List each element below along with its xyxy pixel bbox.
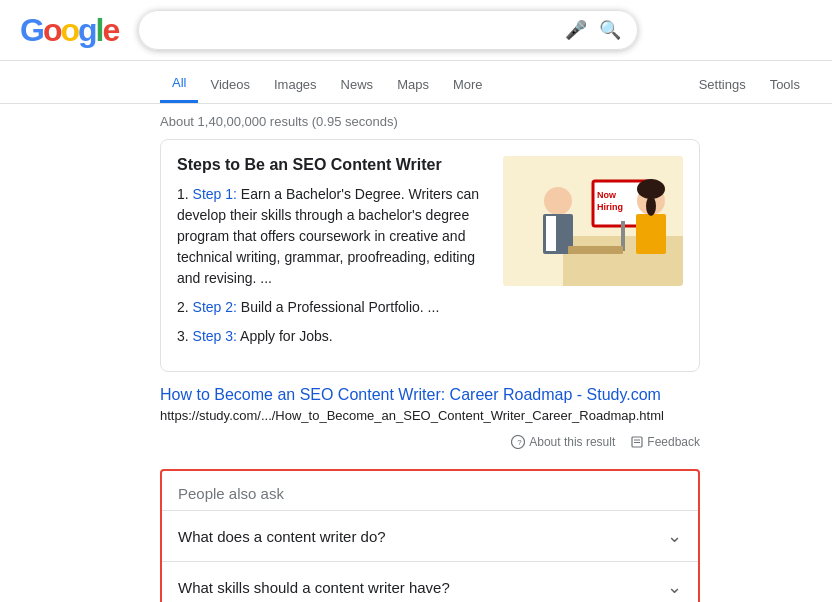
search-bar: how to become a content writer 🎤 🔍 xyxy=(138,10,638,50)
nav-item-all[interactable]: All xyxy=(160,65,198,103)
step2-link[interactable]: Step 2: xyxy=(193,299,237,315)
paa-question-1: What does a content writer do? xyxy=(178,528,386,545)
result-main-link[interactable]: How to Become an SEO Content Writer: Car… xyxy=(160,386,661,403)
feedback-row: ? About this result Feedback xyxy=(160,431,700,461)
nav-right: Settings Tools xyxy=(687,67,812,102)
nav-item-news[interactable]: News xyxy=(329,67,386,102)
result-url: https://study.com/.../How_to_Become_an_S… xyxy=(160,408,700,423)
nav-item-more[interactable]: More xyxy=(441,67,495,102)
step1-link[interactable]: Step 1: xyxy=(193,186,237,202)
svg-rect-8 xyxy=(546,216,556,251)
nav-item-settings[interactable]: Settings xyxy=(687,67,758,102)
paa-title: People also ask xyxy=(162,471,698,510)
featured-snippet: Steps to Be an SEO Content Writer Step 1… xyxy=(160,139,700,372)
info-icon: ? xyxy=(511,435,525,449)
nav-item-videos[interactable]: Videos xyxy=(198,67,262,102)
paa-item-1[interactable]: What does a content writer do? ⌄ xyxy=(162,510,698,561)
people-also-ask-box: People also ask What does a content writ… xyxy=(160,469,700,602)
svg-text:Now: Now xyxy=(597,190,617,200)
microphone-icon[interactable]: 🎤 xyxy=(565,19,587,41)
result-link-block: How to Become an SEO Content Writer: Car… xyxy=(160,380,700,431)
header: Google how to become a content writer 🎤 … xyxy=(0,0,832,61)
results-info: About 1,40,00,000 results (0.95 seconds) xyxy=(0,104,832,139)
snippet-content: Steps to Be an SEO Content Writer Step 1… xyxy=(177,156,487,355)
paa-question-2: What skills should a content writer have… xyxy=(178,579,450,596)
google-logo[interactable]: Google xyxy=(20,12,118,49)
svg-text:?: ? xyxy=(517,438,522,447)
snippet-title: Steps to Be an SEO Content Writer xyxy=(177,156,487,174)
svg-point-12 xyxy=(646,196,656,216)
svg-point-6 xyxy=(544,187,572,215)
chevron-down-icon-2: ⌄ xyxy=(667,576,682,598)
search-nav: All Videos Images News Maps More Setting… xyxy=(0,61,832,104)
main-content: Steps to Be an SEO Content Writer Step 1… xyxy=(0,139,720,602)
svg-text:Hiring: Hiring xyxy=(597,202,623,212)
about-result[interactable]: ? About this result xyxy=(511,435,615,449)
search-input[interactable]: how to become a content writer xyxy=(155,21,565,39)
svg-rect-10 xyxy=(636,214,666,254)
nav-item-images[interactable]: Images xyxy=(262,67,329,102)
paa-item-2[interactable]: What skills should a content writer have… xyxy=(162,561,698,602)
snippet-list: Step 1: Earn a Bachelor's Degree. Writer… xyxy=(177,184,487,347)
snippet-image: Now Hiring xyxy=(503,156,683,286)
search-icon[interactable]: 🔍 xyxy=(599,19,621,41)
snippet-step-1: Step 1: Earn a Bachelor's Degree. Writer… xyxy=(177,184,487,289)
feedback-button[interactable]: Feedback xyxy=(631,435,700,449)
svg-rect-13 xyxy=(568,246,623,254)
nav-item-maps[interactable]: Maps xyxy=(385,67,441,102)
snippet-step-3: Step 3: Apply for Jobs. xyxy=(177,326,487,347)
chevron-down-icon-1: ⌄ xyxy=(667,525,682,547)
step3-link[interactable]: Step 3: xyxy=(193,328,237,344)
nav-item-tools[interactable]: Tools xyxy=(758,67,812,102)
feedback-icon xyxy=(631,436,643,448)
snippet-step-2: Step 2: Build a Professional Portfolio. … xyxy=(177,297,487,318)
